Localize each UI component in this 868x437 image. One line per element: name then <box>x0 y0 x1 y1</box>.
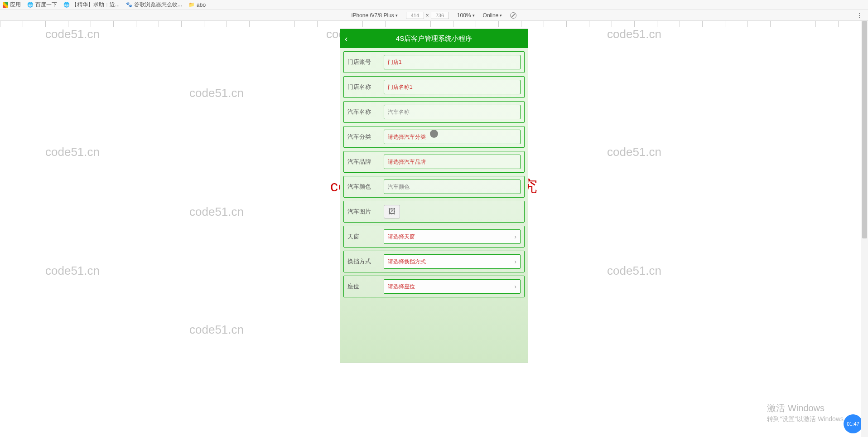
paw-icon <box>126 2 132 8</box>
bookmark-jinghua[interactable]: 【精华】求助：近... <box>63 1 120 9</box>
zoom-value: 100% <box>457 12 471 19</box>
row-car-pic: 汽车图片 🖼 <box>343 201 525 223</box>
watermark: code51.cn <box>607 145 661 159</box>
row-store-name: 门店名称 门店名称1 <box>343 76 525 98</box>
form: 门店账号 门店1 门店名称 门店名称1 汽车名称 汽车名称 汽车分类 请选择汽车… <box>340 48 528 304</box>
network-value: Online <box>483 12 499 19</box>
field-gear[interactable]: 请选择换挡方式› <box>384 254 521 269</box>
watermark: code51.cn <box>45 264 100 278</box>
row-car-cat: 汽车分类 请选择汽车分类 <box>343 126 525 148</box>
network-select[interactable]: Online <box>483 12 502 19</box>
row-car-name: 汽车名称 汽车名称 <box>343 101 525 123</box>
bookmark-abo[interactable]: abo <box>188 2 206 8</box>
row-car-brand: 汽车品牌 请选择汽车品牌 <box>343 151 525 173</box>
device-name: iPhone 6/7/8 Plus <box>352 12 394 19</box>
field-store-acct[interactable]: 门店1 <box>384 55 521 69</box>
field-text: 请选择天窗 <box>388 233 415 241</box>
scrollbar-vertical[interactable] <box>861 21 868 437</box>
globe-icon <box>63 2 70 8</box>
apps-icon <box>3 2 8 8</box>
label-store-acct: 门店账号 <box>347 58 380 66</box>
watermark: code51.cn <box>45 27 100 41</box>
no-throttle-icon[interactable] <box>510 12 516 19</box>
chevron-right-icon: › <box>514 283 516 290</box>
label-car-name: 汽车名称 <box>347 108 380 116</box>
more-menu-icon[interactable]: ⋮ <box>856 12 863 19</box>
bookmark-label: 百度一下 <box>35 1 57 9</box>
bookmark-chrome-tip[interactable]: 谷歌浏览器怎么收... <box>126 1 182 9</box>
label-gear: 换挡方式 <box>347 257 380 266</box>
bookmarks-bar: 应用 百度一下 【精华】求助：近... 谷歌浏览器怎么收... abo <box>0 0 868 10</box>
field-car-cat[interactable]: 请选择汽车分类 <box>384 130 521 144</box>
bookmark-apps[interactable]: 应用 <box>3 1 21 9</box>
bookmark-label: 谷歌浏览器怎么收... <box>134 1 182 9</box>
bookmark-label: 【精华】求助：近... <box>72 1 120 9</box>
watermark: code51.cn <box>189 205 244 219</box>
activation-title: 激活 Windows <box>767 402 850 414</box>
label-car-pic: 汽车图片 <box>347 208 380 216</box>
label-sunroof: 天窗 <box>347 233 380 241</box>
device-viewport: ‹ 4S店客户管理系统小程序 门店账号 门店1 门店名称 门店名称1 汽车名称 … <box>340 29 528 363</box>
zoom-select[interactable]: 100% <box>457 12 475 19</box>
row-seat: 座位 请选择座位› <box>343 276 525 297</box>
label-car-cat: 汽车分类 <box>347 133 380 141</box>
watermark: code51.cn <box>607 264 661 278</box>
dims-x: × <box>426 12 429 19</box>
field-car-name[interactable]: 汽车名称 <box>384 105 521 119</box>
device-select[interactable]: iPhone 6/7/8 Plus <box>352 12 398 19</box>
row-car-color: 汽车颜色 汽车颜色 <box>343 176 525 198</box>
row-store-acct: 门店账号 门店1 <box>343 51 525 73</box>
field-store-name[interactable]: 门店名称1 <box>384 80 521 94</box>
app-header: ‹ 4S店客户管理系统小程序 <box>340 29 528 48</box>
field-car-brand[interactable]: 请选择汽车品牌 <box>384 155 521 169</box>
bookmark-label: abo <box>197 2 206 8</box>
bookmark-label: 应用 <box>10 1 21 9</box>
field-sunroof[interactable]: 请选择天窗› <box>384 229 521 244</box>
bookmark-baidu[interactable]: 百度一下 <box>27 1 57 9</box>
device-dims: × <box>406 12 449 19</box>
folder-icon <box>188 2 195 8</box>
field-seat[interactable]: 请选择座位› <box>384 279 521 294</box>
upload-image-icon[interactable]: 🖼 <box>384 205 400 218</box>
windows-activation: 激活 Windows 转到"设置"以激活 Windows。 <box>767 402 850 423</box>
chevron-right-icon: › <box>514 258 516 265</box>
ruler-horizontal <box>0 21 868 27</box>
row-sunroof: 天窗 请选择天窗› <box>343 226 525 248</box>
devtools-device-bar: iPhone 6/7/8 Plus × 100% Online ⋮ <box>0 10 868 21</box>
label-car-brand: 汽车品牌 <box>347 158 380 166</box>
back-icon[interactable]: ‹ <box>345 34 348 44</box>
field-text: 请选择座位 <box>388 283 415 291</box>
label-car-color: 汽车颜色 <box>347 183 380 191</box>
watermark: code51.cn <box>607 27 661 41</box>
chevron-right-icon: › <box>514 233 516 240</box>
label-store-name: 门店名称 <box>347 83 380 91</box>
height-input[interactable] <box>431 12 449 19</box>
app-title: 4S店客户管理系统小程序 <box>340 34 528 43</box>
width-input[interactable] <box>406 12 424 19</box>
scrollbar-thumb[interactable] <box>862 21 867 238</box>
activation-sub: 转到"设置"以激活 Windows。 <box>767 415 850 423</box>
watermark: code51.cn <box>45 145 100 159</box>
globe-icon <box>27 2 34 8</box>
field-car-color[interactable]: 汽车颜色 <box>384 180 521 194</box>
label-seat: 座位 <box>347 282 380 291</box>
watermark: code51.cn <box>189 323 244 337</box>
watermark: code51.cn <box>189 86 244 100</box>
row-gear: 换挡方式 请选择换挡方式› <box>343 251 525 272</box>
clock-badge[interactable]: 01:47 <box>844 414 863 433</box>
field-text: 请选择换挡方式 <box>388 258 426 266</box>
